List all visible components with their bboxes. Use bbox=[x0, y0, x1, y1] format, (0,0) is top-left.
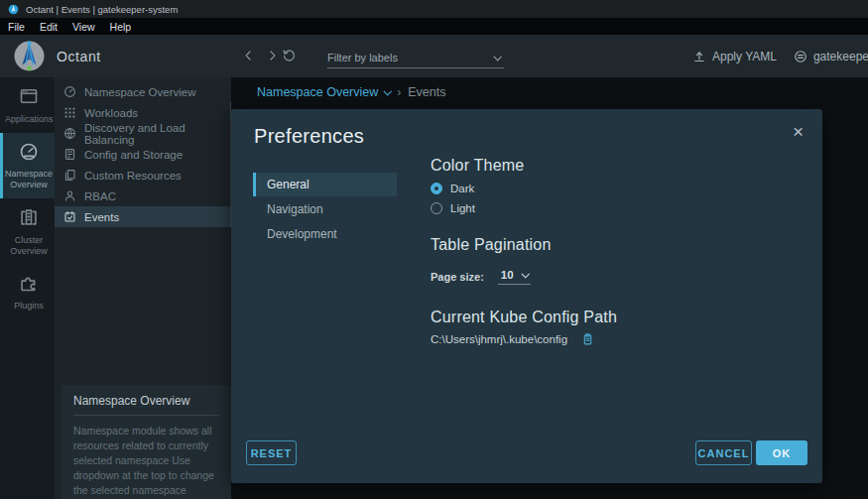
sidebar-item-applications[interactable]: Applications bbox=[0, 77, 55, 133]
user-icon bbox=[63, 189, 76, 202]
sidebar-item-plugins[interactable]: Plugins bbox=[0, 264, 55, 319]
breadcrumb-separator-icon: › bbox=[397, 85, 401, 99]
page-size-select[interactable]: 10 bbox=[498, 269, 531, 285]
nav-item-events[interactable]: Events bbox=[55, 206, 231, 227]
menu-file[interactable]: File bbox=[8, 21, 25, 33]
menu-view[interactable]: View bbox=[72, 21, 95, 33]
gauge-icon bbox=[19, 142, 39, 165]
forward-arrow-icon[interactable] bbox=[266, 49, 279, 62]
radio-selected-icon[interactable] bbox=[431, 183, 442, 194]
titlebar: Octant | Events | gatekeeper-system bbox=[0, 0, 868, 18]
breadcrumb-current: Events bbox=[408, 85, 445, 99]
header-actions: Apply YAML gatekeeper-sys bbox=[692, 35, 868, 77]
app-header: Octant Filter by labels Apply YAML bbox=[0, 35, 868, 77]
octant-logo bbox=[13, 40, 46, 76]
menu-help[interactable]: Help bbox=[110, 21, 132, 33]
sidebar-item-namespace-overview[interactable]: Namespace Overview bbox=[0, 133, 55, 198]
page-size-row: Page size: 10 bbox=[431, 269, 788, 285]
nav-item-rbac[interactable]: RBAC bbox=[55, 186, 231, 206]
breadcrumb-namespace-overview[interactable]: Namespace Overview bbox=[257, 85, 390, 99]
page-size-label: Page size: bbox=[431, 271, 484, 283]
radio-unselected-icon[interactable] bbox=[431, 202, 442, 214]
modal-title: Preferences bbox=[254, 125, 364, 148]
octant-titlebar-icon bbox=[8, 4, 19, 15]
preferences-modal: Preferences × General Navigation Develop… bbox=[231, 109, 822, 483]
context-label: gatekeeper-sys bbox=[813, 50, 868, 63]
kubeconfig-path: C:\Users\jhmrj\.kube\config bbox=[431, 333, 567, 345]
menubar: File Edit View Help bbox=[0, 18, 868, 35]
nav-item-discovery-load-balancing[interactable]: Discovery and Load Balancing bbox=[55, 123, 231, 144]
reset-button[interactable]: RESET bbox=[246, 440, 297, 465]
module-sidebar: Applications Namespace Overview Cluster … bbox=[0, 77, 55, 499]
color-theme-heading: Color Theme bbox=[431, 157, 788, 175]
cancel-button[interactable]: CANCEL bbox=[695, 440, 752, 465]
calendar-check-icon bbox=[63, 210, 76, 223]
window-title: Octant | Events | gatekeeper-system bbox=[26, 4, 178, 15]
close-icon[interactable]: × bbox=[793, 122, 804, 141]
radio-light[interactable]: Light bbox=[431, 202, 788, 214]
menu-edit[interactable]: Edit bbox=[40, 21, 58, 33]
grid-dots-icon bbox=[63, 106, 76, 119]
nav-item-config-storage[interactable]: Config and Storage bbox=[55, 144, 231, 165]
copy-icon[interactable] bbox=[581, 332, 594, 346]
applications-window-icon bbox=[19, 86, 39, 109]
tab-general[interactable]: General bbox=[253, 173, 397, 196]
context-selector[interactable]: gatekeeper-sys bbox=[794, 50, 868, 63]
octant-app-window: Octant | Events | gatekeeper-system File… bbox=[0, 0, 868, 499]
breadcrumb: Namespace Overview › Events bbox=[257, 85, 445, 99]
kubeconfig-heading: Current Kube Config Path bbox=[431, 309, 788, 326]
history-icon[interactable] bbox=[282, 48, 297, 66]
app-name: Octant bbox=[57, 49, 101, 64]
kubeconfig-row: C:\Users\jhmrj\.kube\config bbox=[431, 332, 788, 346]
globe-icon bbox=[63, 127, 76, 140]
chevron-down-icon bbox=[493, 53, 501, 61]
tab-navigation[interactable]: Navigation bbox=[253, 197, 397, 221]
chevron-down-icon bbox=[521, 270, 529, 278]
nav-item-custom-resources[interactable]: Custom Resources bbox=[55, 165, 231, 186]
ok-button[interactable]: OK bbox=[756, 440, 807, 465]
gauge-icon bbox=[63, 85, 76, 98]
storage-icon bbox=[63, 148, 76, 161]
sidebar-item-cluster-overview[interactable]: Cluster Overview bbox=[0, 198, 55, 264]
history-nav bbox=[242, 49, 279, 62]
nav-item-workloads[interactable]: Workloads bbox=[55, 102, 231, 123]
filter-placeholder: Filter by labels bbox=[327, 52, 398, 63]
preferences-content: Color Theme Dark Light Table Pagination … bbox=[431, 157, 788, 346]
popover-description: Namespace module shows all resources rel… bbox=[73, 424, 219, 498]
nav-item-namespace-overview[interactable]: Namespace Overview bbox=[55, 81, 231, 102]
radio-dark[interactable]: Dark bbox=[431, 183, 788, 194]
popover-title: Namespace Overview bbox=[73, 394, 219, 416]
table-pagination-heading: Table Pagination bbox=[431, 236, 788, 254]
tab-development[interactable]: Development bbox=[253, 222, 397, 246]
apply-yaml-button[interactable]: Apply YAML bbox=[692, 50, 777, 63]
context-icon bbox=[794, 50, 807, 63]
back-arrow-icon[interactable] bbox=[242, 49, 255, 62]
documents-icon bbox=[63, 169, 76, 182]
filter-labels-input[interactable]: Filter by labels bbox=[327, 47, 504, 68]
puzzle-icon bbox=[19, 273, 39, 296]
upload-icon bbox=[692, 50, 706, 63]
building-icon bbox=[19, 207, 39, 230]
namespace-overview-popover: Namespace Overview Namespace module show… bbox=[62, 385, 231, 499]
preferences-tabs: General Navigation Development bbox=[253, 173, 397, 247]
chevron-down-icon bbox=[384, 87, 392, 95]
